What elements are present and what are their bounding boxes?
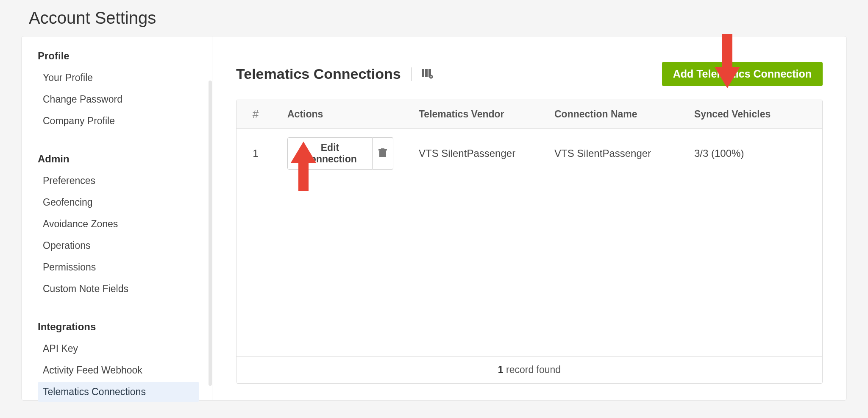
sidebar-item-custom-note-fields[interactable]: Custom Note Fields xyxy=(38,279,199,299)
add-telematics-connection-button[interactable]: Add Telematics Connection xyxy=(662,62,823,86)
sidebar-item-change-password[interactable]: Change Password xyxy=(38,89,199,109)
edit-connection-button[interactable]: Edit Connection xyxy=(287,137,373,170)
table-header-row: # Actions Telematics Vendor Connection N… xyxy=(236,100,822,129)
sidebar-item-telematics-connections[interactable]: Telematics Connections xyxy=(38,382,199,402)
delete-connection-button[interactable] xyxy=(373,137,393,170)
row-actions: Edit Connection xyxy=(275,129,406,178)
svg-rect-9 xyxy=(381,148,384,150)
sidebar-item-permissions[interactable]: Permissions xyxy=(38,257,199,277)
sidebar-item-avoidance-zones[interactable]: Avoidance Zones xyxy=(38,214,199,234)
col-actions: Actions xyxy=(275,100,406,129)
col-number: # xyxy=(236,100,275,129)
svg-rect-2 xyxy=(422,69,424,77)
sidebar-item-geofencing[interactable]: Geofencing xyxy=(38,192,199,212)
svg-point-6 xyxy=(430,76,431,77)
sidebar-item-api-key[interactable]: API Key xyxy=(38,339,199,359)
row-number: 1 xyxy=(236,129,275,178)
main-content: Telematics Connections Add Telematics Co… xyxy=(212,36,846,400)
trash-icon xyxy=(378,148,387,159)
row-connection-name: VTS SilentPassenger xyxy=(542,129,682,178)
page-title: Account Settings xyxy=(0,0,868,36)
col-connection-name: Connection Name xyxy=(542,100,682,129)
sidebar-section-admin: Admin xyxy=(38,153,199,165)
table-body-spacer xyxy=(236,178,822,356)
sidebar-item-preferences[interactable]: Preferences xyxy=(38,171,199,191)
sidebar-item-company-profile[interactable]: Company Profile xyxy=(38,111,199,131)
settings-panel: Profile Your Profile Change Password Com… xyxy=(21,36,847,401)
record-found-label: record found xyxy=(504,364,561,375)
sidebar-section-profile: Profile xyxy=(38,50,199,62)
svg-rect-7 xyxy=(379,150,386,157)
row-vendor: VTS SilentPassenger xyxy=(406,129,542,178)
record-count: 1 xyxy=(498,364,504,375)
table-row: 1 Edit Connection xyxy=(236,129,822,178)
table-footer: 1 record found xyxy=(236,356,822,383)
sidebar-scrollbar[interactable] xyxy=(209,81,212,386)
columns-settings-icon[interactable] xyxy=(422,69,434,79)
main-title: Telematics Connections xyxy=(236,66,401,82)
svg-rect-3 xyxy=(425,69,428,77)
sidebar: Profile Your Profile Change Password Com… xyxy=(22,36,212,400)
col-synced-vehicles: Synced Vehicles xyxy=(682,100,822,129)
main-header: Telematics Connections Add Telematics Co… xyxy=(236,62,823,86)
sidebar-item-activity-feed-webhook[interactable]: Activity Feed Webhook xyxy=(38,360,199,380)
col-vendor: Telematics Vendor xyxy=(406,100,542,129)
sidebar-item-your-profile[interactable]: Your Profile xyxy=(38,68,199,88)
title-divider xyxy=(411,67,412,81)
row-synced-vehicles: 3/3 (100%) xyxy=(682,129,822,178)
sidebar-section-integrations: Integrations xyxy=(38,321,199,333)
connections-table: # Actions Telematics Vendor Connection N… xyxy=(236,100,823,384)
sidebar-item-operations[interactable]: Operations xyxy=(38,236,199,256)
